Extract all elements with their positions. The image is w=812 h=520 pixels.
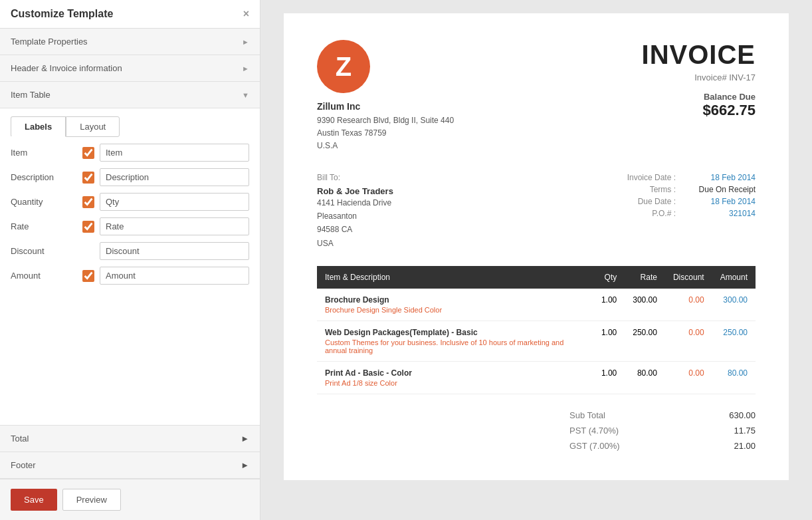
row3-item: Print Ad - Basic - Color Print Ad 1/8 si… xyxy=(317,362,593,394)
field-input-quantity[interactable] xyxy=(100,193,249,211)
total-key-gst: GST (7.00%) xyxy=(569,441,620,451)
bottom-section: Total ► Footer ► Save Preview xyxy=(0,426,260,520)
row3-rate: 80.00 xyxy=(625,362,665,394)
save-button[interactable]: Save xyxy=(11,489,57,511)
detail-value-duedate: 18 Feb 2014 xyxy=(689,197,756,206)
preview-button[interactable]: Preview xyxy=(62,489,121,511)
field-row-description: Description xyxy=(11,168,249,186)
total-key-pst: PST (4.70%) xyxy=(569,426,619,436)
field-checkbox-rate[interactable] xyxy=(82,221,94,233)
invoice-title: INVOICE xyxy=(642,40,756,70)
footer-label: Footer xyxy=(11,460,36,470)
field-row-discount: Discount xyxy=(11,242,249,260)
field-rows: Item Description Quantity Rate xyxy=(0,137,260,298)
template-properties-section[interactable]: Template Properties ► xyxy=(0,29,260,55)
invoice-table-body: Brochure Design Brochure Design Single S… xyxy=(317,289,756,394)
detail-value-terms: Due On Receipt xyxy=(689,185,756,194)
panel-title: Customize Template × xyxy=(0,0,260,29)
invoice-table-head: Item & Description Qty Rate Discount Amo… xyxy=(317,266,756,289)
field-label-quantity: Quantity xyxy=(11,197,77,207)
total-row-gst: GST (7.00%) 21.00 xyxy=(569,438,756,454)
balance-due-amount: $662.75 xyxy=(642,102,756,119)
totals-table: Sub Total 630.00 PST (4.70%) 11.75 GST (… xyxy=(569,408,756,454)
row3-amount: 80.00 xyxy=(712,362,756,394)
field-label-rate: Rate xyxy=(11,221,77,231)
panel-title-text: Customize Template xyxy=(11,8,113,20)
field-input-item[interactable] xyxy=(100,144,249,162)
company-name: Zillum Inc xyxy=(317,101,454,112)
tab-layout[interactable]: Layout xyxy=(66,116,120,137)
client-address: 4141 Hacienda Drive Pleasanton 94588 CA … xyxy=(317,196,393,251)
row3-discount: 0.00 xyxy=(665,362,712,394)
row2-item: Web Design Packages(Template) - Basic Cu… xyxy=(317,321,593,362)
tab-labels[interactable]: Labels xyxy=(11,116,66,137)
row2-qty: 1.00 xyxy=(593,321,625,362)
client-address-3: 94588 CA xyxy=(317,223,393,236)
field-checkbox-item[interactable] xyxy=(82,147,94,159)
invoice-meta: Bill To: Rob & Joe Traders 4141 Hacienda… xyxy=(317,173,756,251)
header-invoice-label: Header & Invoice information xyxy=(11,63,122,73)
field-checkbox-quantity[interactable] xyxy=(82,196,94,208)
item-table-arrow: ▼ xyxy=(242,91,249,99)
total-value-gst: 21.00 xyxy=(734,441,756,451)
client-address-2: Pleasanton xyxy=(317,209,393,223)
col-header-qty: Qty xyxy=(593,266,625,289)
footer-arrow: ► xyxy=(241,460,249,470)
company-address-1: 9390 Research Blvd, Bldg II, Suite 440 xyxy=(317,114,454,127)
row2-discount: 0.00 xyxy=(665,321,712,362)
totals-section: Sub Total 630.00 PST (4.70%) 11.75 GST (… xyxy=(317,408,756,454)
total-arrow: ► xyxy=(241,434,249,444)
close-icon[interactable]: × xyxy=(243,8,249,20)
field-label-amount: Amount xyxy=(11,271,77,281)
total-value-subtotal: 630.00 xyxy=(729,410,756,420)
header-invoice-section[interactable]: Header & Invoice information ► xyxy=(0,55,260,82)
field-checkbox-description[interactable] xyxy=(82,172,94,184)
total-section[interactable]: Total ► xyxy=(0,426,260,452)
bill-to-label: Bill To: xyxy=(317,173,393,182)
invoice-preview-panel: Z Zillum Inc 9390 Research Blvd, Bldg II… xyxy=(260,0,812,520)
field-input-description[interactable] xyxy=(100,168,249,186)
field-label-item: Item xyxy=(11,148,77,158)
detail-key-po: P.O.# : xyxy=(652,209,676,218)
invoice-top: Z Zillum Inc 9390 Research Blvd, Bldg II… xyxy=(317,40,756,153)
invoice-table: Item & Description Qty Rate Discount Amo… xyxy=(317,266,756,394)
table-row: Print Ad - Basic - Color Print Ad 1/8 si… xyxy=(317,362,756,394)
field-input-amount[interactable] xyxy=(100,267,249,285)
detail-value-po: 321014 xyxy=(689,209,756,218)
item-table-section: Item Table ▼ Labels Layout Item Descript… xyxy=(0,82,260,426)
row2-rate: 250.00 xyxy=(625,321,665,362)
header-invoice-arrow: ► xyxy=(242,65,249,72)
table-row: Web Design Packages(Template) - Basic Cu… xyxy=(317,321,756,362)
balance-due-label: Balance Due xyxy=(642,92,756,102)
row2-amount: 250.00 xyxy=(712,321,756,362)
field-checkbox-amount[interactable] xyxy=(82,270,94,282)
invoice-details: Invoice Date : 18 Feb 2014 Terms : Due O… xyxy=(627,173,756,251)
col-header-discount: Discount xyxy=(665,266,712,289)
detail-row-duedate: Due Date : 18 Feb 2014 xyxy=(627,197,756,206)
invoice-title-section: INVOICE Invoice# INV-17 Balance Due $662… xyxy=(642,40,756,119)
footer-section[interactable]: Footer ► xyxy=(0,452,260,479)
company-address: 9390 Research Blvd, Bldg II, Suite 440 A… xyxy=(317,114,454,153)
table-row: Brochure Design Brochure Design Single S… xyxy=(317,289,756,321)
detail-row-date: Invoice Date : 18 Feb 2014 xyxy=(627,173,756,182)
client-name: Rob & Joe Traders xyxy=(317,186,393,196)
field-row-amount: Amount xyxy=(11,267,249,285)
detail-value-date: 18 Feb 2014 xyxy=(689,173,756,182)
left-panel: Customize Template × Template Properties… xyxy=(0,0,260,520)
tabs-container: Labels Layout xyxy=(0,108,260,137)
item-table-header[interactable]: Item Table ▼ xyxy=(0,82,260,108)
action-buttons: Save Preview xyxy=(0,479,260,520)
row1-rate: 300.00 xyxy=(625,289,665,321)
field-label-description: Description xyxy=(11,172,77,182)
field-input-discount[interactable] xyxy=(100,242,249,260)
row3-qty: 1.00 xyxy=(593,362,625,394)
company-address-2: Austin Texas 78759 xyxy=(317,127,454,140)
field-input-rate[interactable] xyxy=(100,217,249,235)
bill-to-section: Bill To: Rob & Joe Traders 4141 Hacienda… xyxy=(317,173,393,251)
logo-letter: Z xyxy=(336,52,352,82)
total-row-subtotal: Sub Total 630.00 xyxy=(569,408,756,423)
total-key-subtotal: Sub Total xyxy=(569,410,605,420)
detail-row-terms: Terms : Due On Receipt xyxy=(627,185,756,194)
invoice-table-header-row: Item & Description Qty Rate Discount Amo… xyxy=(317,266,756,289)
field-row-rate: Rate xyxy=(11,217,249,235)
